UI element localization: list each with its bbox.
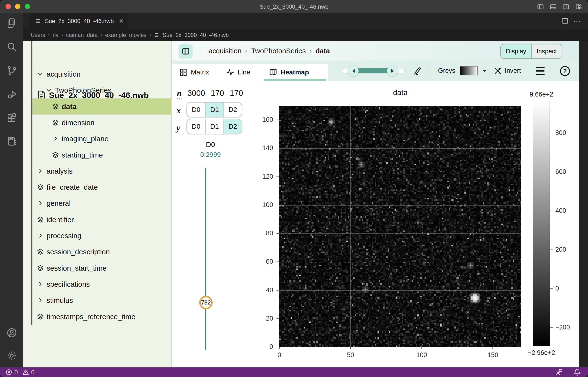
domain-slider-fill xyxy=(353,68,392,73)
tree-item-identifier[interactable]: identifier xyxy=(32,212,171,228)
tree-item-timestamps_reference_time[interactable]: timestamps_reference_time xyxy=(32,308,171,325)
invert-icon[interactable] xyxy=(493,66,502,75)
tree-item-acquisition[interactable]: acquisition xyxy=(32,66,171,82)
y-tick xyxy=(277,347,279,347)
display-inspect-toggle: Display Inspect xyxy=(500,44,562,59)
tree-item-session_start_time[interactable]: session_start_time xyxy=(32,260,171,276)
tab-line[interactable]: Line xyxy=(226,64,250,81)
slicer-handle[interactable]: 782 xyxy=(199,296,213,309)
toggle-panel-icon[interactable] xyxy=(550,3,557,10)
tree-item-analysis[interactable]: analysis xyxy=(32,163,171,179)
colorbar[interactable] xyxy=(533,101,550,346)
tab-heatmap[interactable]: Heatmap xyxy=(269,64,309,81)
entity-crumb[interactable]: acquisition xyxy=(208,47,242,55)
problems-indicator[interactable]: 0 0 xyxy=(5,369,35,376)
x-dim-d2-button[interactable]: D2 xyxy=(223,103,242,117)
tree-item-processing[interactable]: processing xyxy=(32,228,171,244)
tree-item-label: file_create_date xyxy=(46,183,98,191)
error-count: 0 xyxy=(14,369,18,376)
chevron-down-icon[interactable] xyxy=(482,70,487,72)
more-options-menu-icon[interactable] xyxy=(536,67,544,75)
toolbar-separator xyxy=(428,64,428,77)
tree-item-imaging_plane[interactable]: imaging_plane xyxy=(32,131,171,147)
breadcrumb-item[interactable]: caiman_data xyxy=(66,32,98,38)
tree-item-general[interactable]: general xyxy=(32,195,171,212)
tree-item-specifications[interactable]: specifications xyxy=(32,276,171,292)
slicer-dimension-label: D0 xyxy=(196,141,225,149)
activity-bar xyxy=(0,13,23,367)
tree-item-file_create_date[interactable]: file_create_date xyxy=(32,179,171,195)
x-dim-d0-button[interactable]: D0 xyxy=(187,103,205,117)
y-gridline xyxy=(279,233,521,234)
zoom-window-button[interactable] xyxy=(25,4,30,9)
accounts-icon[interactable] xyxy=(6,327,17,338)
invert-label[interactable]: Invert xyxy=(505,60,521,81)
tree-item-label: acquisition xyxy=(46,70,81,78)
split-editor-icon[interactable] xyxy=(561,17,569,24)
tree-item-label: specifications xyxy=(46,280,90,288)
x-dim-d1-button[interactable]: D1 xyxy=(205,103,223,117)
y-tick xyxy=(277,290,279,291)
settings-gear-icon[interactable] xyxy=(6,350,17,361)
tree-item-label: TwoPhotonSeries xyxy=(55,86,111,94)
y-dim-d0-button[interactable]: D0 xyxy=(187,119,205,134)
tree-item-dimension[interactable]: dimension xyxy=(32,115,171,131)
h5web-viewer-panel: acquisition › TwoPhotonSeries › data Dis… xyxy=(172,41,579,367)
y-dim-d2-button[interactable]: D2 xyxy=(223,119,242,134)
colorbar-tick xyxy=(550,172,553,172)
breadcrumb-item[interactable]: rly xyxy=(53,32,58,38)
toggle-primary-sidebar-icon[interactable] xyxy=(537,3,544,10)
more-actions-icon[interactable]: ⋯ xyxy=(573,17,581,26)
x-tick-label: 100 xyxy=(412,351,431,359)
feedback-icon[interactable] xyxy=(555,368,563,376)
toggle-explorer-button[interactable] xyxy=(179,44,193,58)
extensions-icon[interactable] xyxy=(6,112,17,123)
y-gridline xyxy=(279,148,521,149)
inspect-mode-button[interactable]: Inspect xyxy=(531,44,562,58)
y-dim-d1-button[interactable]: D1 xyxy=(205,119,223,134)
heatmap-canvas[interactable] xyxy=(279,106,521,347)
slicer-track[interactable] xyxy=(205,168,207,350)
search-icon[interactable] xyxy=(6,42,17,53)
tree-item-stimulus[interactable]: stimulus xyxy=(32,293,171,308)
tab-matrix[interactable]: Matrix xyxy=(179,64,209,81)
tree-item-starting_time[interactable]: starting_time xyxy=(32,147,171,163)
explorer-icon[interactable] xyxy=(6,18,17,29)
close-window-button[interactable] xyxy=(6,4,11,9)
tree-item-TwoPhotonSeries[interactable]: TwoPhotonSeries xyxy=(32,82,171,98)
breadcrumb-file[interactable]: Sue_2x_3000_40_-46.nwb xyxy=(163,32,229,38)
tree-item-session_description[interactable]: session_description xyxy=(32,244,171,260)
tree-item-data[interactable]: data xyxy=(32,98,171,115)
domain-max-handle[interactable] xyxy=(387,65,398,76)
tree-item-label: stimulus xyxy=(46,296,73,305)
colormap-swatch[interactable] xyxy=(460,66,478,75)
notifications-bell-icon[interactable] xyxy=(573,368,581,376)
tab-nwb-file[interactable]: Sue_2x_3000_40_-46.nwb ✕ xyxy=(30,13,127,29)
x-tick xyxy=(279,347,280,349)
dataset-icon xyxy=(37,265,44,272)
breadcrumb-item[interactable]: Users xyxy=(31,32,45,38)
entity-crumb[interactable]: TwoPhotonSeries xyxy=(251,47,306,55)
h5web-notebook-icon[interactable] xyxy=(6,136,17,147)
dataset-shape: 3000 170 170 xyxy=(187,89,243,98)
y-tick xyxy=(277,119,279,120)
source-control-icon[interactable] xyxy=(6,65,17,76)
slicer-range-label: 0:2999 xyxy=(196,151,225,158)
tree-item-label: imaging_plane xyxy=(62,135,108,143)
minimize-window-button[interactable] xyxy=(15,4,20,9)
display-mode-button[interactable]: Display xyxy=(501,44,531,58)
y-axis-label: y xyxy=(176,123,180,133)
breadcrumb-item[interactable]: example_movies xyxy=(105,32,147,38)
tab-close-icon[interactable]: ✕ xyxy=(119,18,124,24)
help-button[interactable]: ? xyxy=(560,66,570,76)
customize-layout-icon[interactable] xyxy=(575,3,582,10)
dataset-icon xyxy=(37,248,44,256)
run-debug-icon[interactable] xyxy=(6,89,17,100)
nwb-file-icon xyxy=(35,18,42,24)
window-title: Sue_2x_3000_40_-46.nwb xyxy=(0,0,588,13)
y-tick-label: 160 xyxy=(250,116,273,123)
vis-tab-label: Line xyxy=(238,69,250,76)
edit-domain-pen-icon[interactable] xyxy=(413,66,422,75)
toggle-secondary-sidebar-icon[interactable] xyxy=(562,3,569,10)
domain-min-handle[interactable] xyxy=(348,65,358,76)
